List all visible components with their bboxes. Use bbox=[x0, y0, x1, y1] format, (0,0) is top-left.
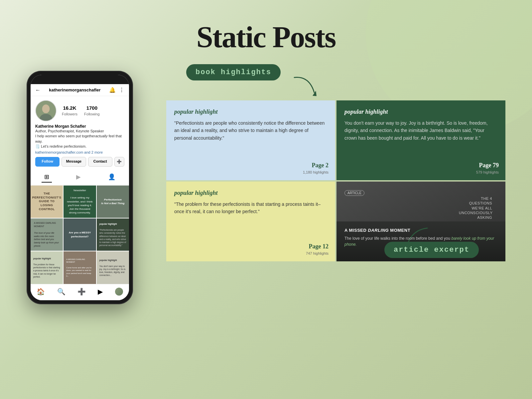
add-person-button[interactable]: ➕ bbox=[114, 157, 124, 167]
following-stat: 1700 Following bbox=[84, 105, 99, 117]
bio-italic: actually bbox=[95, 134, 107, 138]
bell-icon[interactable]: 🔔 bbox=[109, 87, 116, 93]
book-highlights-label: book highlights bbox=[186, 64, 281, 80]
phone-screen: ← katherinemorganschafler 🔔 ⋮ bbox=[31, 75, 129, 300]
grid-item-4[interactable]: A MISSED DARLING MOMENTThe love of your … bbox=[31, 218, 63, 251]
card-2-label: popular highlight bbox=[344, 108, 497, 115]
card-2-pagenum: Page 79 bbox=[476, 162, 499, 169]
grid-item-2[interactable]: NewsletterI love writing mynewsletter, a… bbox=[64, 186, 96, 218]
grid-item-5[interactable]: Are you a MESSYperfectionist? bbox=[64, 218, 96, 251]
card-2-page: Page 79 579 highlights bbox=[476, 162, 499, 175]
moment-prefix: A MISSED bbox=[344, 228, 368, 233]
followers-stat: 16.2K Followers bbox=[62, 105, 77, 117]
message-button[interactable]: Message bbox=[62, 157, 86, 167]
ig-bio: Katherine Morgan Schafler Author, Psycho… bbox=[35, 124, 124, 154]
card-3-quote: "The problem for these perfectionists is… bbox=[174, 200, 327, 215]
profile-icon[interactable] bbox=[115, 288, 123, 296]
grid-item-7[interactable]: popular highlightThe problem for these p… bbox=[31, 251, 63, 284]
ig-actions: Follow Message Contact ➕ bbox=[35, 157, 124, 167]
card-2-highlights: 579 highlights bbox=[476, 170, 499, 174]
tab-grid[interactable]: ⊞ bbox=[42, 172, 52, 183]
ig-grid: THEPERFECTIONIST'SGUIDE TOLOSINGCONTROL … bbox=[31, 186, 129, 284]
card-dark-moment-text: The love of your life walks into the roo… bbox=[344, 235, 497, 247]
grid-item-3-content: PerfectionismIs Not a Bad Thing bbox=[97, 186, 129, 218]
profile-link[interactable]: katherinemorganschafler.com and 2 more bbox=[35, 150, 124, 154]
grid-item-8[interactable]: A MISSED DARLING MOMENTCome home and aft… bbox=[64, 251, 96, 284]
ig-username: katherinemorganschafler bbox=[49, 87, 100, 92]
card-3-pagenum: Page 12 bbox=[306, 243, 329, 250]
back-icon[interactable]: ← bbox=[35, 87, 41, 93]
following-label: Following bbox=[84, 112, 99, 116]
grid-item-9-content: popular highlightYou don't earn your way… bbox=[97, 251, 129, 284]
svg-point-1 bbox=[42, 104, 50, 113]
ig-header-icons: 🔔 ⋮ bbox=[109, 87, 124, 93]
grid-item-8-content: A MISSED DARLING MOMENTCome home and aft… bbox=[64, 251, 96, 284]
card-blue: popular highlight "Perfectionists are pe… bbox=[166, 100, 335, 180]
grid-item-1-content: THEPERFECTIONIST'SGUIDE TOLOSINGCONTROL bbox=[31, 186, 63, 218]
bio-line1: Author, Psychotherapist, Keynote Speaker bbox=[35, 129, 104, 133]
contact-button[interactable]: Contact bbox=[88, 157, 112, 167]
card-1-quote: "Perfectionists are people who consisten… bbox=[174, 119, 327, 142]
followers-label: Followers bbox=[62, 112, 77, 116]
book-highlights-arrow bbox=[293, 74, 319, 97]
tab-reels[interactable]: ▶ bbox=[73, 172, 83, 183]
card-1-page: Page 2 1,180 highlights bbox=[303, 162, 329, 175]
add-icon[interactable]: ➕ bbox=[77, 288, 86, 296]
avatar bbox=[35, 100, 57, 121]
phone-section: ← katherinemorganschafler 🔔 ⋮ bbox=[27, 71, 140, 304]
grid-item-9[interactable]: popular highlightYou don't earn your way… bbox=[97, 251, 129, 284]
following-count: 1700 bbox=[84, 105, 99, 111]
follow-button[interactable]: Follow bbox=[35, 157, 60, 167]
card-3-highlights: 747 highlights bbox=[306, 251, 329, 255]
svg-marker-3 bbox=[313, 91, 317, 96]
ig-stats: 16.2K Followers 1700 Following bbox=[62, 105, 100, 117]
profile-bio: Author, Psychotherapist, Keynote Speaker… bbox=[35, 129, 124, 149]
grid-item-1[interactable]: THEPERFECTIONIST'SGUIDE TOLOSINGCONTROL bbox=[31, 186, 63, 218]
article-tag: ARTICLE bbox=[344, 190, 364, 196]
main-layout: ← katherinemorganschafler 🔔 ⋮ bbox=[0, 64, 532, 304]
grid-item-7-content: popular highlightThe problem for these p… bbox=[31, 251, 63, 284]
grid-item-6-content: popular highlight"Perfectionists are peo… bbox=[97, 218, 129, 251]
grid-item-2-content: NewsletterI love writing mynewsletter, a… bbox=[64, 186, 96, 218]
moment-text-prefix: The love of your life walks into the roo… bbox=[344, 236, 452, 241]
ig-bottom-nav: 🏠 🔍 ➕ ▶ bbox=[31, 284, 129, 300]
bio-line4: 🗒️ Let's redefine perfectionism. bbox=[35, 144, 86, 148]
article-title: THE 4 QUESTIONS WE'RE ALL UNCONSCIOUSLY … bbox=[459, 196, 492, 220]
ig-profile: 16.2K Followers 1700 Following Katherine… bbox=[31, 96, 129, 169]
grid-item-3[interactable]: PerfectionismIs Not a Bad Thing bbox=[97, 186, 129, 218]
tab-tagged[interactable]: 👤 bbox=[105, 172, 118, 183]
ig-profile-top: 16.2K Followers 1700 Following bbox=[35, 100, 124, 121]
profile-name: Katherine Morgan Schafler bbox=[35, 124, 124, 129]
grid-item-5-content: Are you a MESSYperfectionist? bbox=[64, 218, 96, 251]
moment-italic: DARLING bbox=[368, 228, 389, 233]
reels-icon[interactable]: ▶ bbox=[98, 288, 103, 296]
card-1-label: popular highlight bbox=[174, 108, 327, 115]
bio-line2: I help women who seem put together bbox=[35, 134, 95, 138]
card-3-page: Page 12 747 highlights bbox=[306, 243, 329, 256]
card-dark-moment-title: A MISSED DARLING MOMENT bbox=[344, 228, 497, 233]
ig-tabs: ⊞ ▶ 👤 bbox=[31, 169, 129, 186]
home-icon[interactable]: 🏠 bbox=[37, 288, 45, 296]
phone-frame: ← katherinemorganschafler 🔔 ⋮ bbox=[27, 71, 133, 304]
moment-suffix: MOMENT bbox=[389, 228, 410, 233]
right-section: book highlights popular highlight "Perfe… bbox=[166, 64, 505, 265]
card-3-label: popular highlight bbox=[174, 190, 327, 197]
card-green: popular highlight You don't earn your wa… bbox=[336, 100, 505, 180]
card-1-highlights: 1,180 highlights bbox=[303, 170, 329, 174]
grid-item-6[interactable]: popular highlight"Perfectionists are peo… bbox=[97, 218, 129, 251]
search-icon[interactable]: 🔍 bbox=[57, 288, 66, 296]
card-yellow: popular highlight "The problem for these… bbox=[166, 182, 335, 261]
cards-grid: popular highlight "Perfectionists are pe… bbox=[166, 100, 505, 261]
grid-item-4-content: A MISSED DARLING MOMENTThe love of your … bbox=[31, 218, 63, 251]
ig-header: ← katherinemorganschafler 🔔 ⋮ bbox=[31, 84, 129, 96]
card-2-quote: You don't earn your way to joy. Joy is a… bbox=[344, 119, 497, 142]
menu-icon[interactable]: ⋮ bbox=[119, 87, 124, 93]
followers-count: 16.2K bbox=[62, 105, 77, 111]
card-1-pagenum: Page 2 bbox=[303, 162, 329, 169]
